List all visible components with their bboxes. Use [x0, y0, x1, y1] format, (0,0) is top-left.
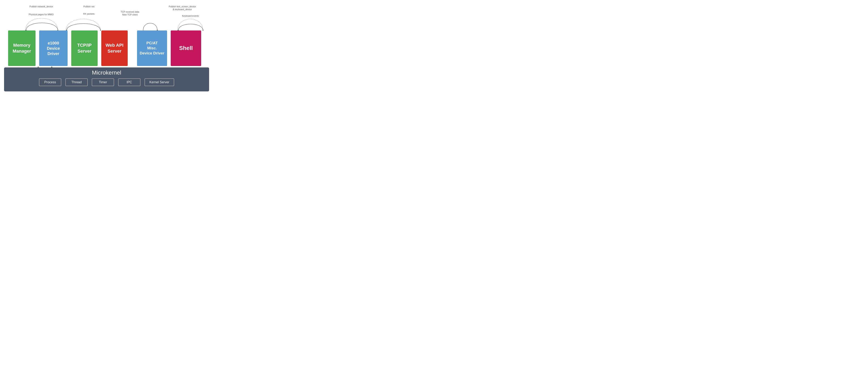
- pcat-driver-label: PC/AT Misc. Device Driver: [140, 40, 164, 56]
- pcat-driver-box: PC/AT Misc. Device Driver: [137, 30, 167, 66]
- memory-manager-label: Memory Manager: [12, 42, 31, 54]
- memory-manager-box: Memory Manager: [8, 30, 35, 66]
- physical-pages-label: Physical pages for MMIO: [29, 13, 54, 16]
- microkernel-thread: Thread: [65, 79, 88, 86]
- diagram-container: Publish network_device Physical pages fo…: [4, 4, 211, 91]
- publish-net-label: Publish net: [84, 5, 94, 8]
- shell-box: Shell: [171, 30, 201, 66]
- e1000-driver-label: e1000 Device Driver: [41, 40, 66, 56]
- keyboard-events-label: Keyboard events: [182, 14, 199, 17]
- publish-network-device-label: Publish network_device: [29, 5, 53, 8]
- webapi-server-label: Web API Server: [105, 42, 123, 54]
- webapi-server-box: Web API Server: [101, 30, 128, 66]
- tcpip-server-label: TCP/IP Server: [78, 42, 92, 54]
- microkernel-title: Microkernel: [92, 69, 121, 76]
- publish-keyboard-device-label: & keyboard_device: [173, 8, 192, 10]
- microkernel-kernel-server: Kernel Server: [145, 79, 174, 86]
- microkernel-ipc: IPC: [118, 79, 141, 86]
- microkernel-process: Process: [39, 79, 61, 86]
- svg-marker-5: [203, 30, 204, 31]
- rx-packets-label: RX packets: [83, 12, 95, 15]
- microkernel-timer: Timer: [92, 79, 114, 86]
- tcp-received-label: TCP received data: [121, 10, 140, 13]
- publish-text-screen-label: Publish text_screen_device: [169, 5, 196, 8]
- e1000-driver-box: e1000 Device Driver: [39, 30, 68, 66]
- new-tcp-client-label: New TCP client: [122, 13, 137, 16]
- shell-label: Shell: [179, 45, 193, 52]
- tcpip-server-box: TCP/IP Server: [71, 30, 98, 66]
